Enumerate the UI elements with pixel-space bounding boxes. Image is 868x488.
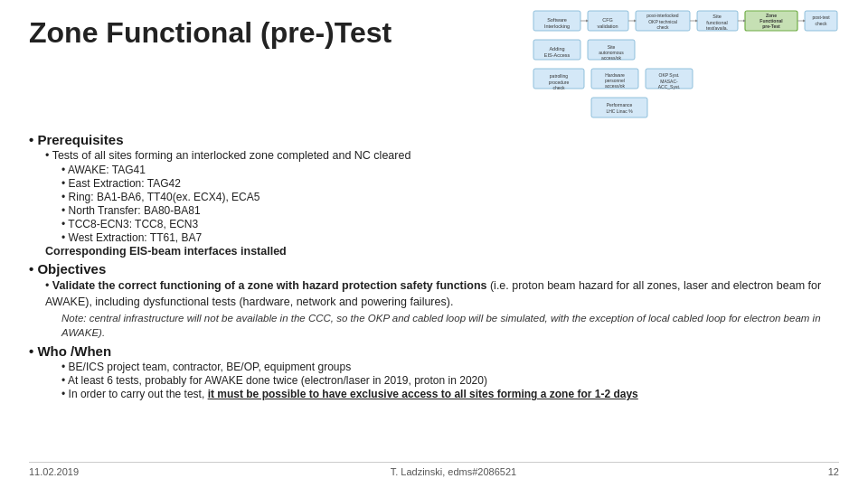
who-item-2-bold: it must be possible to have exclusive ac… xyxy=(208,388,638,400)
svg-text:patrolling: patrolling xyxy=(550,73,569,79)
who-item-2-prefix: In order to carry out the test, xyxy=(69,388,208,400)
svg-text:EIS-Access: EIS-Access xyxy=(544,52,571,58)
svg-text:Interlocking: Interlocking xyxy=(544,23,570,29)
svg-text:access/ok: access/ok xyxy=(605,83,626,89)
svg-text:check: check xyxy=(552,85,565,90)
svg-text:Software: Software xyxy=(547,17,567,23)
footer-right: 12 xyxy=(828,466,839,477)
prereq-items-list: AWAKE: TAG41 East Extraction: TAG42 Ring… xyxy=(29,164,839,244)
svg-text:OKP Syst.: OKP Syst. xyxy=(659,72,680,78)
prereq-item-0: AWAKE: TAG41 xyxy=(61,164,839,176)
objectives-note: Note: central infrastructure will not be… xyxy=(61,312,839,340)
who-when-header: Who /When xyxy=(29,343,839,359)
objectives-bold: Validate the correct functioning of a zo… xyxy=(52,279,487,292)
svg-text:Adding: Adding xyxy=(549,46,564,52)
diagram-area: Software Interlocking CFG validation pos… xyxy=(532,9,839,127)
footer: 11.02.2019 T. Ladzinski, edms#2086521 12 xyxy=(29,462,839,477)
who-item-1: At least 6 tests, probably for AWAKE don… xyxy=(61,374,839,387)
prereq-item-2: Ring: BA1-BA6, TT40(ex. ECX4), ECA5 xyxy=(61,191,839,203)
prereq-sub1: Tests of all sites forming an interlocke… xyxy=(45,149,839,162)
svg-text:ACC_Syst.: ACC_Syst. xyxy=(658,84,680,89)
who-item-2: In order to carry out the test, it must … xyxy=(61,388,839,400)
objectives-text: Validate the correct functioning of a zo… xyxy=(45,278,839,310)
svg-text:validation: validation xyxy=(597,23,618,29)
diagram-svg: Software Interlocking CFG validation pos… xyxy=(532,9,839,127)
svg-text:pre-Test: pre-Test xyxy=(762,23,780,29)
svg-text:post-test: post-test xyxy=(812,14,830,20)
prereq-sub2-text: Corresponding EIS-beam interfaces instal… xyxy=(45,245,287,258)
svg-text:test/availa.: test/availa. xyxy=(706,25,728,31)
svg-text:access/ok: access/ok xyxy=(601,55,622,61)
svg-text:check: check xyxy=(656,24,669,30)
objectives-header: Objectives xyxy=(29,261,839,277)
prereq-item-3: North Transfer: BA80-BA81 xyxy=(61,204,839,217)
svg-rect-40 xyxy=(591,98,647,117)
main-title: Zone Functional (pre-)Test xyxy=(29,16,392,50)
prereq-item-5: West Extraction: TT61, BA7 xyxy=(61,231,839,244)
prereq-item-4: TCC8-ECN3: TCC8, ECN3 xyxy=(61,218,839,230)
prerequisites-header: Prerequisites xyxy=(29,132,839,147)
who-item-0: BE/ICS project team, contractor, BE/OP, … xyxy=(61,361,839,373)
svg-text:CFG: CFG xyxy=(602,17,613,23)
header-row: Zone Functional (pre-)Test Software Inte… xyxy=(29,16,839,127)
content: Prerequisites Tests of all sites forming… xyxy=(29,132,839,400)
slide-container: Zone Functional (pre-)Test Software Inte… xyxy=(0,0,868,488)
svg-text:LHC Linac %: LHC Linac % xyxy=(606,108,633,114)
svg-text:check: check xyxy=(815,21,827,26)
footer-center: T. Ladzinski, edms#2086521 xyxy=(79,466,828,477)
prereq-sub2: Corresponding EIS-beam interfaces instal… xyxy=(45,245,839,258)
svg-text:post-interlocked: post-interlocked xyxy=(646,13,679,18)
prereq-item-1: East Extraction: TAG42 xyxy=(61,177,839,190)
svg-text:Site: Site xyxy=(712,14,721,19)
footer-left: 11.02.2019 xyxy=(29,466,79,477)
svg-text:Performance: Performance xyxy=(607,102,633,108)
